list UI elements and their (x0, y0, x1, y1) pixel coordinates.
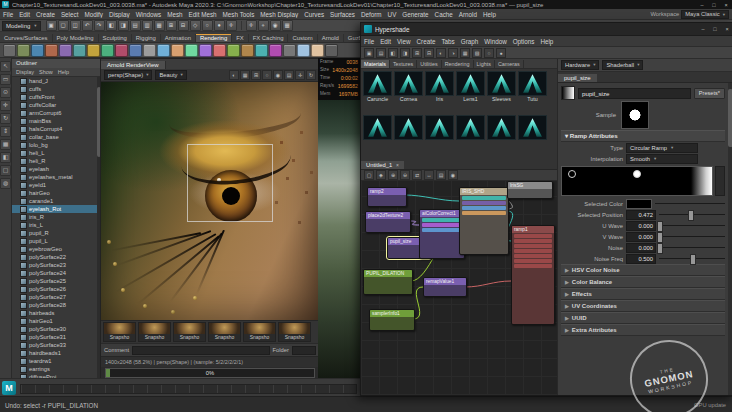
outliner-item[interactable]: cuffs (12, 85, 101, 93)
menu-item[interactable]: Windows (133, 11, 165, 18)
browser-tab[interactable]: Textures (390, 60, 417, 68)
toolbar-icon[interactable]: ◨ (118, 20, 129, 31)
shelf-icon[interactable] (199, 44, 212, 57)
toolbar-icon[interactable]: ✛ (226, 20, 237, 31)
outliner-item[interactable]: eyelash (12, 165, 101, 173)
window-maximize-button[interactable]: □ (708, 2, 720, 8)
interpolation-select[interactable]: Smooth ▾ (626, 154, 698, 164)
hypershade-toolbar-icon[interactable]: ⊞ (412, 48, 422, 58)
hypershade-menu-item[interactable]: Create (414, 38, 439, 45)
attr-slider[interactable] (659, 210, 725, 219)
material-swatch[interactable]: Lens1 (456, 71, 485, 113)
node-pupil-dilation[interactable]: PUPIL_DILATION (363, 269, 413, 295)
hypershade-titlebar[interactable]: Hypershade – □ × (361, 23, 732, 36)
outliner-item[interactable]: cuffsCollar (12, 101, 101, 109)
menu-item[interactable]: Generate (399, 11, 431, 18)
outliner-tab[interactable]: Outliner (12, 59, 101, 68)
hypershade-menu-item[interactable]: Edit (377, 38, 394, 45)
hypershade-menu-item[interactable]: View (394, 38, 414, 45)
menu-item[interactable]: Create (33, 11, 58, 18)
collapsed-section-header[interactable]: ▶ Extra Attributes (561, 324, 725, 336)
shelf-tab[interactable]: Curves/Surfaces (0, 34, 53, 42)
outliner-item[interactable]: hairGeo (12, 189, 101, 197)
menu-item[interactable]: Help (480, 11, 499, 18)
outliner-item[interactable]: hairGeo1 (12, 317, 101, 325)
selection-marquee[interactable] (187, 144, 273, 222)
snapshot-item[interactable]: Snapsho (208, 322, 241, 342)
outliner-item[interactable]: heli_R (12, 157, 101, 165)
outliner-menu-item[interactable]: Display (16, 69, 34, 75)
hypershade-menu-item[interactable]: File (361, 38, 377, 45)
hypershade-toolbar-icon[interactable]: ● (496, 48, 506, 58)
slider-handle[interactable] (657, 221, 663, 232)
toolbar-icon[interactable]: ▤ (130, 20, 141, 31)
node-editor-toolbar-icon[interactable]: ▤ (436, 170, 446, 180)
window-minimize-button[interactable]: – (696, 2, 708, 8)
shelf-icon[interactable] (283, 44, 296, 57)
menu-item[interactable]: Curves (301, 11, 327, 18)
reference-photo-viewport[interactable] (318, 100, 360, 378)
outliner-item[interactable]: polySurface33 (12, 341, 101, 349)
node-editor-toolbar-icon[interactable]: ↔ (424, 170, 434, 180)
outliner-item[interactable]: iris_L (12, 221, 101, 229)
outliner-item[interactable]: armCorrupt6 (12, 109, 101, 117)
shelf-icon[interactable] (45, 44, 58, 57)
hypershade-toolbar-icon[interactable]: ◐ (436, 48, 446, 58)
snapshot-item[interactable]: Snapsho (278, 322, 311, 342)
menu-item[interactable]: Arnold (456, 11, 480, 18)
outliner-item[interactable]: polySurface25 (12, 277, 101, 285)
shelf-icon[interactable] (87, 44, 100, 57)
menu-item[interactable]: UV (385, 11, 400, 18)
attr-slider[interactable] (659, 232, 725, 241)
shelf-tab[interactable]: Sculpting (99, 34, 132, 42)
outliner-item[interactable]: polySurface27 (12, 293, 101, 301)
outliner-item[interactable]: polySurface26 (12, 285, 101, 293)
node-graph-canvas[interactable]: ramp2place2dTexture2pupil_sizePUPIL_DILA… (361, 181, 557, 395)
hypershade-menu-item[interactable]: Window (481, 38, 509, 45)
shelf-icon[interactable] (3, 44, 16, 57)
outliner-item[interactable]: cuffsFront (12, 93, 101, 101)
shelf-tab[interactable]: FX (232, 34, 249, 42)
presets-button[interactable]: Presets* (694, 88, 725, 99)
hypershade-menu-item[interactable]: Tabs (438, 38, 457, 45)
shelf-icon[interactable] (297, 44, 310, 57)
outliner-item[interactable]: carande1 (12, 197, 101, 205)
slider-handle[interactable] (688, 210, 694, 221)
renderview-icon[interactable]: ✛ (295, 70, 305, 80)
outliner-item[interactable]: collar_base (12, 133, 101, 141)
close-icon[interactable]: × (396, 162, 399, 168)
outliner-item[interactable]: pupil_R (12, 229, 101, 237)
toolbar-icon[interactable]: ⊞ (166, 20, 177, 31)
outliner-item[interactable]: eyelashes_metal (12, 173, 101, 181)
node-editor-toolbar-icon[interactable]: ⇄ (412, 170, 422, 180)
toolbar-icon[interactable]: ↷ (94, 20, 105, 31)
outliner-item[interactable]: lolo_bg (12, 141, 101, 149)
shelf-icon[interactable] (101, 44, 114, 57)
material-swatch[interactable] (394, 115, 423, 157)
node-remapvalue1[interactable]: remapValue1 (423, 277, 467, 297)
render-image[interactable] (101, 82, 319, 320)
outliner-item[interactable]: pupil_L (12, 237, 101, 245)
menu-item[interactable]: Cache (432, 11, 456, 18)
slider-handle[interactable] (657, 243, 663, 254)
menu-item[interactable]: Display (106, 11, 133, 18)
hypershade-toolbar-icon[interactable]: ▦ (460, 48, 470, 58)
hypershade-toolbar-icon[interactable]: ⊟ (424, 48, 434, 58)
shelf-tab[interactable]: Rigging (132, 34, 161, 42)
attr-value-field[interactable]: 0.000 (626, 232, 656, 242)
toolbar-icon[interactable]: ▦ (154, 20, 165, 31)
node-place2dtexture2[interactable]: place2dTexture2 (365, 211, 411, 233)
node-editor-toolbar-icon[interactable]: ◈ (376, 170, 386, 180)
shelf-tab[interactable]: FX Caching (249, 34, 289, 42)
ramp-side-strip[interactable] (715, 166, 725, 196)
hypershade-toolbar-icon[interactable]: ▣ (364, 48, 374, 58)
hypershade-toolbar-icon[interactable]: ◧ (388, 48, 398, 58)
hypershade-toolbar-icon[interactable]: ▤ (376, 48, 386, 58)
ramp-handle[interactable] (568, 170, 576, 178)
property-editor-scrollbar[interactable] (728, 83, 732, 395)
renderview-icon[interactable]: ▤ (284, 70, 294, 80)
node-editor-toolbar-icon[interactable]: ▢ (364, 170, 374, 180)
menu-item[interactable]: File (0, 11, 16, 18)
snapshot-item[interactable]: Snapsho (138, 322, 171, 342)
browser-tab[interactable]: Utilities (417, 60, 441, 68)
